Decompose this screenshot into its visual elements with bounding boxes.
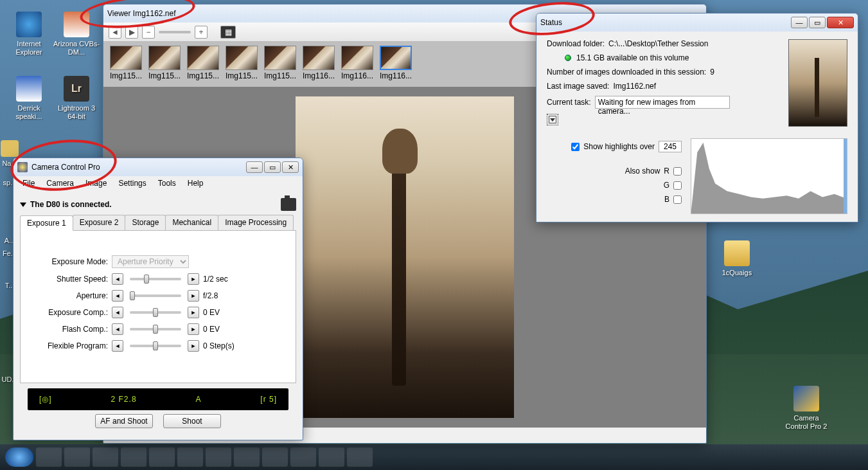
close-button[interactable]: ✕ <box>827 17 854 28</box>
disclosure-arrow-icon[interactable] <box>20 203 26 207</box>
flashcomp-label: Flash Comp.: <box>31 325 108 334</box>
flashcomp-slider[interactable] <box>130 328 181 330</box>
desktop-icon-lightroom[interactable]: Lr Lightroom 3 64-bit <box>53 76 100 121</box>
tab-storage[interactable]: Storage <box>125 215 166 230</box>
taskbar-item[interactable] <box>177 447 203 467</box>
flexprog-value: 0 Step(s) <box>203 341 235 350</box>
expcomp-slider[interactable] <box>130 311 181 314</box>
word-icon <box>16 76 42 102</box>
shutter-dec[interactable]: ◄ <box>112 273 123 285</box>
start-button[interactable] <box>5 447 33 467</box>
current-task-value: Waiting for new images from camera... <box>595 96 730 109</box>
flashcomp-dec[interactable]: ◄ <box>112 323 123 335</box>
highlights-threshold[interactable] <box>659 141 682 152</box>
zoom-slider[interactable] <box>159 31 191 33</box>
histogram-svg <box>691 139 847 213</box>
taskbar-item[interactable] <box>319 447 344 467</box>
last-image-value: Img1162.nef <box>613 82 656 91</box>
thumbnail[interactable]: Img116... <box>341 46 373 80</box>
readout-focus: [◎] <box>39 395 52 404</box>
taskbar-item[interactable] <box>93 447 118 467</box>
desktop-icon-ie[interactable]: Internet Explorer <box>5 12 53 57</box>
thumbnail[interactable]: Img115... <box>148 46 181 80</box>
expcomp-label: Exposure Comp.: <box>31 308 108 317</box>
flashcomp-inc[interactable]: ► <box>188 323 199 335</box>
menu-settings[interactable]: Settings <box>113 177 151 189</box>
status-preview-image <box>788 39 847 127</box>
disclosure-toggle[interactable] <box>547 114 558 125</box>
shutter-slider[interactable] <box>130 278 181 280</box>
flexprog-inc[interactable]: ► <box>188 340 199 352</box>
maximize-button[interactable]: ▭ <box>809 17 826 28</box>
aperture-dec[interactable]: ◄ <box>112 290 123 302</box>
show-highlights-checkbox[interactable] <box>571 143 580 151</box>
filmstrip-toggle[interactable]: ▦ <box>220 26 236 39</box>
close-button[interactable]: ✕ <box>282 161 299 173</box>
histogram-chart <box>691 138 847 214</box>
flexprog-dec[interactable]: ◄ <box>112 340 123 352</box>
aperture-label: Aperture: <box>31 291 108 300</box>
taskbar-item[interactable] <box>36 447 62 467</box>
desktop-icon-ccp2[interactable]: Camera Control Pro 2 <box>783 386 830 431</box>
viewer-image <box>296 96 514 418</box>
channel-g-checkbox[interactable] <box>673 181 682 190</box>
expcomp-value: 0 EV <box>203 308 220 317</box>
channel-b-checkbox[interactable] <box>673 195 682 204</box>
expcomp-dec[interactable]: ◄ <box>112 307 123 318</box>
thumbnail[interactable]: Img115... <box>110 46 142 80</box>
taskbar-item[interactable] <box>64 447 90 467</box>
taskbar-item[interactable] <box>121 447 146 467</box>
taskbar-item[interactable] <box>290 447 316 467</box>
thumbnail-selected[interactable]: Img116... <box>380 46 412 80</box>
ie-icon <box>16 12 42 37</box>
channel-r-checkbox[interactable] <box>673 167 682 176</box>
aperture-inc[interactable]: ► <box>188 290 199 302</box>
thumbnail[interactable]: Img115... <box>226 46 258 80</box>
current-task-label: Current task: <box>547 98 591 107</box>
camera-control-icon <box>793 386 819 411</box>
shoot-button[interactable]: Shoot <box>163 414 221 428</box>
taskbar-item[interactable] <box>234 447 260 467</box>
taskbar-item[interactable] <box>149 447 175 467</box>
folder-icon <box>1 140 19 157</box>
disk-space: 15.1 GB available on this volume <box>576 53 689 62</box>
menu-help[interactable]: Help <box>182 177 209 189</box>
taskbar-item[interactable] <box>262 447 288 467</box>
camera-readout: [◎] 2 F2.8 A [r 5] <box>28 388 288 410</box>
menu-tools[interactable]: Tools <box>153 177 181 189</box>
thumbnail[interactable]: Img115... <box>187 46 219 80</box>
connection-text: The D80 is connected. <box>30 200 112 209</box>
tab-exposure1[interactable]: Exposure 1 <box>20 215 73 231</box>
count-label: Number of images downloaded in this sess… <box>547 68 706 77</box>
shutter-inc[interactable]: ► <box>188 273 199 285</box>
flashcomp-value: 0 EV <box>203 325 220 334</box>
tab-body: Exposure Mode: Aperture Priority Shutter… <box>20 231 296 383</box>
status-window: Status — ▭ ✕ Download folder: C:\...\Des… <box>536 13 858 222</box>
lightroom-icon: Lr <box>64 76 89 102</box>
taskbar-item[interactable] <box>206 447 231 467</box>
zoom-out-btn[interactable]: − <box>142 26 155 39</box>
taskbar[interactable] <box>0 444 868 470</box>
flexprog-slider[interactable] <box>130 345 181 347</box>
shutter-value: 1/2 sec <box>203 275 228 284</box>
tab-exposure2[interactable]: Exposure 2 <box>73 215 126 230</box>
zoom-in-btn[interactable]: + <box>195 26 208 39</box>
thumbnail[interactable]: Img116... <box>303 46 335 80</box>
thumbnail[interactable]: Img115... <box>264 46 296 80</box>
download-folder-label: Download folder: <box>547 39 605 48</box>
aperture-slider[interactable] <box>130 294 181 297</box>
taskbar-item[interactable] <box>347 447 373 467</box>
maximize-button[interactable]: ▭ <box>264 161 281 173</box>
expcomp-inc[interactable]: ► <box>188 307 199 318</box>
camera-icon <box>281 198 296 211</box>
tab-mechanical[interactable]: Mechanical <box>165 215 218 230</box>
desktop-icon-mcquaigs[interactable]: 1cQuaigs <box>713 240 761 277</box>
channel-g: G <box>664 181 669 190</box>
minimize-button[interactable]: — <box>791 17 808 28</box>
desktop-icon-derrick[interactable]: Derrick speaki... <box>5 76 53 121</box>
exposure-mode-select[interactable]: Aperture Priority <box>112 255 189 268</box>
minimize-button[interactable]: — <box>246 161 263 173</box>
af-and-shoot-button[interactable]: AF and Shoot <box>95 414 153 428</box>
count-value: 9 <box>710 68 714 77</box>
tab-image-processing[interactable]: Image Processing <box>218 215 294 230</box>
